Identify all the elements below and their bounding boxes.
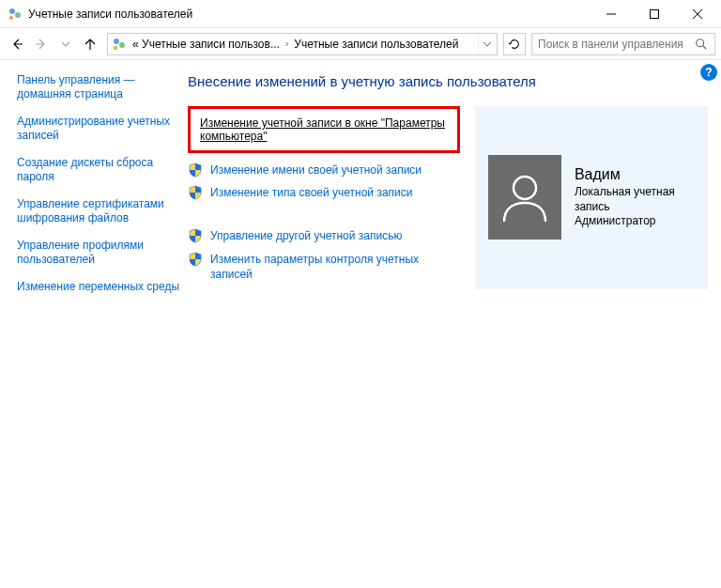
- avatar: [488, 155, 561, 240]
- address-icon: [112, 37, 127, 52]
- shield-icon: [188, 162, 203, 178]
- sidebar-link-admin-accounts[interactable]: Администрирование учетных записей: [17, 115, 180, 143]
- minimize-button[interactable]: [590, 0, 633, 28]
- highlighted-task-box: Изменение учетной записи в окне "Парамет…: [188, 106, 460, 153]
- help-button[interactable]: ?: [700, 64, 717, 81]
- svg-point-9: [114, 45, 117, 49]
- user-icon: [497, 169, 553, 225]
- user-info: Вадим Локальная учетная запись Администр…: [575, 166, 695, 229]
- user-name: Вадим: [575, 166, 695, 183]
- close-button[interactable]: [676, 0, 719, 28]
- sidebar: Панель управления — домашняя страница Ад…: [0, 60, 188, 588]
- nav-back-button[interactable]: [6, 33, 28, 55]
- user-role: Администратор: [575, 214, 695, 229]
- address-dropdown-button[interactable]: [478, 34, 495, 54]
- svg-point-12: [514, 177, 536, 199]
- sidebar-link-encryption-certs[interactable]: Управление сертификатами шифрования файл…: [17, 197, 180, 225]
- sidebar-link-password-reset-disk[interactable]: Создание дискеты сброса пароля: [17, 156, 180, 184]
- svg-rect-4: [651, 9, 659, 18]
- address-bar[interactable]: « Учетные записи пользов... › Учетные за…: [107, 33, 498, 55]
- breadcrumb-segment-1[interactable]: « Учетные записи пользов...: [129, 38, 284, 51]
- sidebar-link-home[interactable]: Панель управления — домашняя страница: [17, 73, 180, 101]
- user-account-type: Локальная учетная запись: [575, 185, 695, 214]
- app-icon: [8, 7, 23, 22]
- svg-line-11: [703, 45, 707, 49]
- svg-point-7: [114, 39, 119, 44]
- task-change-in-settings[interactable]: Изменение учетной записи в окне "Парамет…: [200, 116, 445, 143]
- task-rename-account[interactable]: Изменение имени своей учетной записи: [210, 162, 422, 178]
- task-change-account-type[interactable]: Изменение типа своей учетной записи: [210, 185, 412, 200]
- nav-forward-button[interactable]: [30, 33, 53, 55]
- window-title: Учетные записи пользователей: [28, 8, 192, 21]
- task-list: Изменение учетной записи в окне "Парамет…: [188, 106, 460, 289]
- page-heading: Внесение изменений в учетную запись поль…: [188, 73, 708, 89]
- maximize-button[interactable]: [633, 0, 676, 28]
- search-icon: [695, 38, 708, 51]
- breadcrumb-segment-2[interactable]: Учетные записи пользователей: [290, 38, 462, 51]
- shield-icon: [188, 185, 203, 200]
- user-card: Вадим Локальная учетная запись Администр…: [475, 106, 708, 289]
- svg-point-1: [15, 12, 21, 18]
- search-box[interactable]: [531, 33, 715, 55]
- nav-recent-dropdown[interactable]: [54, 33, 77, 55]
- shield-icon: [188, 228, 203, 243]
- task-manage-other-account[interactable]: Управление другой учетной записью: [210, 228, 402, 243]
- svg-point-10: [697, 39, 704, 46]
- nav-up-button[interactable]: [79, 33, 101, 55]
- navbar: « Учетные записи пользов... › Учетные за…: [0, 28, 721, 60]
- task-change-uac[interactable]: Изменить параметры контроля учетных запи…: [210, 252, 460, 282]
- refresh-button[interactable]: [503, 33, 526, 55]
- sidebar-link-env-vars[interactable]: Изменение переменных среды: [17, 280, 180, 294]
- shield-icon: [188, 252, 203, 267]
- titlebar: Учетные записи пользователей: [0, 0, 721, 28]
- search-input[interactable]: [536, 37, 692, 52]
- breadcrumb-separator-icon[interactable]: ›: [284, 39, 290, 49]
- svg-point-0: [9, 8, 15, 14]
- main-content: Внесение изменений в учетную запись поль…: [188, 60, 721, 588]
- svg-point-2: [9, 15, 13, 19]
- svg-point-8: [119, 42, 125, 48]
- sidebar-link-user-profiles[interactable]: Управление профилями пользователей: [17, 239, 180, 267]
- search-button[interactable]: [692, 35, 711, 54]
